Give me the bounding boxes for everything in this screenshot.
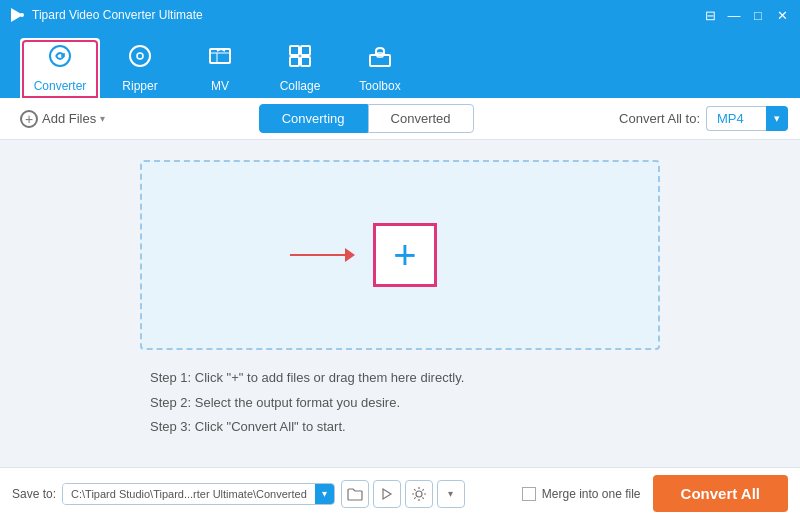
settings-dropdown-btn[interactable]: ▾ bbox=[437, 480, 465, 508]
converter-icon bbox=[47, 43, 73, 75]
svg-point-2 bbox=[50, 46, 70, 66]
nav-item-toolbox[interactable]: Toolbox bbox=[340, 38, 420, 98]
collage-icon bbox=[287, 43, 313, 75]
steps-area: Step 1: Click "+" to add files or drag t… bbox=[140, 366, 660, 440]
nav-item-converter[interactable]: Converter bbox=[20, 38, 100, 98]
app-title: Tipard Video Converter Ultimate bbox=[32, 8, 203, 22]
toolbar-left: + Add Files ▾ bbox=[12, 106, 113, 132]
nav-bar: Converter Ripper MV bbox=[0, 30, 800, 98]
folder-icon bbox=[347, 487, 363, 501]
app-logo-icon bbox=[8, 6, 26, 24]
save-path-dropdown-icon[interactable]: ▾ bbox=[315, 484, 334, 504]
svg-point-3 bbox=[130, 46, 150, 66]
svg-rect-8 bbox=[290, 57, 299, 66]
nav-item-mv[interactable]: MV bbox=[180, 38, 260, 98]
add-file-plus-box[interactable]: + bbox=[373, 223, 437, 287]
arrow-head-icon bbox=[345, 248, 355, 262]
folder-open-btn[interactable] bbox=[341, 480, 369, 508]
play-btn[interactable] bbox=[373, 480, 401, 508]
minimize-btn[interactable]: — bbox=[724, 5, 744, 25]
arrow-indicator bbox=[290, 248, 355, 262]
format-selector[interactable]: MP4 ▾ bbox=[706, 106, 788, 131]
save-to-label: Save to: bbox=[12, 487, 56, 501]
maximize-btn[interactable]: □ bbox=[748, 5, 768, 25]
add-files-button[interactable]: + Add Files ▾ bbox=[12, 106, 113, 132]
merge-checkbox[interactable] bbox=[522, 487, 536, 501]
svg-point-4 bbox=[137, 53, 143, 59]
svg-point-13 bbox=[416, 491, 422, 497]
merge-checkbox-area: Merge into one file bbox=[522, 487, 641, 501]
settings-btn[interactable] bbox=[405, 480, 433, 508]
toolbar: + Add Files ▾ Converting Converted Conve… bbox=[0, 98, 800, 140]
drop-zone[interactable]: + bbox=[140, 160, 660, 350]
nav-label-mv: MV bbox=[211, 79, 229, 93]
step-1: Step 1: Click "+" to add files or drag t… bbox=[150, 366, 650, 391]
svg-rect-7 bbox=[301, 46, 310, 55]
plus-icon: + bbox=[393, 235, 416, 275]
tab-converting[interactable]: Converting bbox=[259, 104, 368, 133]
toolbar-right: Convert All to: MP4 ▾ bbox=[619, 106, 788, 131]
nav-label-ripper: Ripper bbox=[122, 79, 157, 93]
bottom-right: Merge into one file Convert All bbox=[522, 475, 788, 512]
toolbox-icon bbox=[367, 43, 393, 75]
add-plus-icon: + bbox=[20, 110, 38, 128]
save-path-text: C:\Tipard Studio\Tipard...rter Ultimate\… bbox=[63, 484, 315, 504]
convert-all-to-label: Convert All to: bbox=[619, 111, 700, 126]
main-content: + Step 1: Click "+" to add files or drag… bbox=[0, 140, 800, 467]
gear-icon bbox=[411, 486, 427, 502]
arrow-shaft bbox=[290, 254, 345, 256]
nav-item-ripper[interactable]: Ripper bbox=[100, 38, 180, 98]
bottom-icons: ▾ bbox=[341, 480, 465, 508]
nav-label-converter: Converter bbox=[34, 79, 87, 93]
format-value: MP4 bbox=[706, 106, 766, 131]
save-to-section: Save to: C:\Tipard Studio\Tipard...rter … bbox=[12, 480, 465, 508]
merge-label: Merge into one file bbox=[542, 487, 641, 501]
title-bar-controls: ⊟ — □ ✕ bbox=[700, 5, 792, 25]
svg-rect-9 bbox=[301, 57, 310, 66]
title-bar-left: Tipard Video Converter Ultimate bbox=[8, 6, 203, 24]
nav-item-collage[interactable]: Collage bbox=[260, 38, 340, 98]
svg-rect-5 bbox=[210, 49, 230, 63]
ripper-icon bbox=[127, 43, 153, 75]
add-files-dropdown-icon[interactable]: ▾ bbox=[100, 113, 105, 124]
svg-rect-6 bbox=[290, 46, 299, 55]
nav-label-toolbox: Toolbox bbox=[359, 79, 400, 93]
title-bar: Tipard Video Converter Ultimate ⊟ — □ ✕ bbox=[0, 0, 800, 30]
bottom-bar: Save to: C:\Tipard Studio\Tipard...rter … bbox=[0, 467, 800, 519]
close-btn[interactable]: ✕ bbox=[772, 5, 792, 25]
play-icon bbox=[380, 487, 394, 501]
toolbar-tabs: Converting Converted bbox=[259, 104, 474, 133]
step-3: Step 3: Click "Convert All" to start. bbox=[150, 415, 650, 440]
save-path-wrapper: C:\Tipard Studio\Tipard...rter Ultimate\… bbox=[62, 483, 335, 505]
message-btn[interactable]: ⊟ bbox=[700, 5, 720, 25]
convert-all-button[interactable]: Convert All bbox=[653, 475, 788, 512]
format-dropdown-arrow[interactable]: ▾ bbox=[766, 106, 788, 131]
tab-converted[interactable]: Converted bbox=[368, 104, 474, 133]
add-files-label: Add Files bbox=[42, 111, 96, 126]
mv-icon bbox=[207, 43, 233, 75]
svg-marker-12 bbox=[383, 489, 391, 499]
nav-label-collage: Collage bbox=[280, 79, 321, 93]
step-2: Step 2: Select the output format you des… bbox=[150, 391, 650, 416]
svg-point-1 bbox=[20, 13, 24, 17]
